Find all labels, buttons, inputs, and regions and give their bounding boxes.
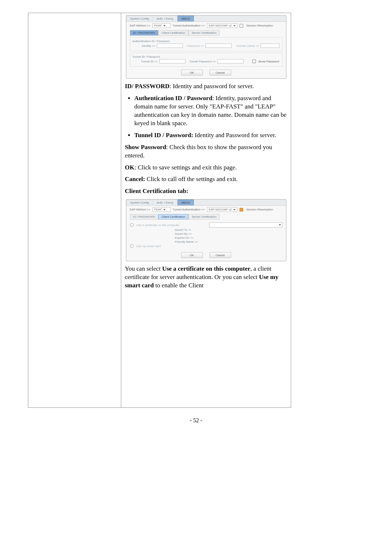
- text: to enable the Client: [154, 282, 204, 289]
- friendly-name-label: Friendly Name >>: [175, 240, 198, 243]
- tab-auth-encry[interactable]: Auth. \ Encry.: [153, 16, 177, 21]
- subtab-server-cert[interactable]: Server Certification: [188, 214, 220, 219]
- domain-input[interactable]: [261, 44, 279, 48]
- certificate-select[interactable]: [209, 222, 282, 227]
- group-auth-id-pwd: Authentication ID / Password: [132, 40, 280, 43]
- use-smart-card-radio[interactable]: [130, 244, 134, 248]
- password-input[interactable]: [205, 44, 232, 48]
- text: You can select: [125, 265, 162, 272]
- chevron-down-icon: [233, 25, 236, 26]
- top-tabs: System Config Auth. \ Encry. 8021X: [126, 16, 286, 22]
- body-text: ID/ PASSWORD: Identity and password for …: [125, 82, 287, 196]
- text: Identity and Password for server.: [193, 132, 276, 139]
- eap-method-label: EAP Method >>: [130, 24, 150, 27]
- dialog-client-cert: System Config Auth. \ Encry. 8021X EAP M…: [126, 199, 286, 261]
- domain-label: Domain Name >>: [233, 44, 259, 48]
- chevron-down-icon: [233, 209, 236, 210]
- heading-ok: OK: [125, 164, 134, 171]
- subtab-client-cert[interactable]: Client Certification: [158, 214, 188, 219]
- tab-8021x[interactable]: 8021X: [177, 16, 194, 21]
- ok-button[interactable]: OK: [181, 70, 203, 75]
- subtab-client-cert[interactable]: Client Certification: [158, 30, 188, 36]
- tunnel-id-label: Tunnel ID >>: [132, 60, 158, 63]
- chevron-down-icon: [163, 209, 166, 210]
- use-cert-radio[interactable]: [130, 223, 134, 227]
- heading-client-cert-tab: Client Certification tab:: [125, 188, 188, 194]
- text: : Identity and password for server.: [170, 83, 254, 90]
- bold-use-cert: Use a certificate on this computer: [162, 265, 250, 272]
- cancel-button[interactable]: Cancel: [209, 252, 231, 258]
- tunnel-auth-select[interactable]: EAP-MSCHAP v2: [207, 207, 237, 212]
- identity-label: Identity >>: [132, 44, 155, 48]
- subtab-id-password[interactable]: ID \ PASSWORD: [130, 30, 159, 36]
- eap-method-label: EAP Method >>: [130, 208, 150, 211]
- identity-input[interactable]: [157, 44, 183, 48]
- heading-id-password: ID/ PASSWORD: [125, 83, 170, 90]
- chevron-down-icon: [163, 25, 166, 26]
- eap-method-select[interactable]: PEAP: [152, 23, 171, 28]
- tab-system-config[interactable]: System Config: [126, 16, 153, 21]
- session-resumption-label: Session Resumption: [246, 208, 273, 211]
- page-number: - 52 -: [0, 417, 392, 424]
- text: Click to call off the settings and exit.: [145, 176, 238, 182]
- tunnel-id-input[interactable]: [159, 59, 185, 63]
- tunnel-auth-label: Tunnel Authentication >>: [173, 24, 205, 27]
- heading-tunnel-id-pwd: Tunnel ID / Password:: [134, 132, 193, 139]
- tab-8021x[interactable]: 8021X: [177, 200, 194, 205]
- issued-to-label: Issued To >>: [175, 228, 192, 231]
- tab-system-config[interactable]: System Config: [126, 200, 153, 205]
- session-resumption-label: Session Resumption: [246, 24, 273, 27]
- ok-button[interactable]: OK: [181, 252, 203, 258]
- heading-auth-id-pwd: Authentication ID / Password: [134, 95, 212, 102]
- issued-by-label: Issued By >>: [175, 232, 192, 235]
- eap-method-select[interactable]: PEAP: [152, 207, 171, 212]
- subtab-id-password[interactable]: ID \ PASSWORD: [130, 214, 159, 219]
- expired-on-label: Expired On >>: [175, 236, 194, 239]
- group-tunnel-id-pwd: Tunnel ID / Password: [132, 55, 280, 58]
- text: : Click to save settings and exit this p…: [134, 164, 237, 171]
- tab-auth-encry[interactable]: Auth. \ Encry.: [153, 200, 177, 205]
- bottom-text: You can select Use a certificate on this…: [125, 265, 287, 290]
- heading-show-password: Show Password: [125, 144, 166, 151]
- tunnel-pwd-label: Tunnel Password >>: [187, 60, 216, 63]
- session-resumption-checkbox[interactable]: [240, 208, 243, 212]
- cancel-button[interactable]: Cancel: [209, 70, 231, 75]
- show-password-label: Show Password: [258, 60, 279, 63]
- session-resumption-checkbox[interactable]: [240, 24, 243, 28]
- tunnel-auth-select[interactable]: EAP-MSCHAP v2: [207, 23, 237, 28]
- use-smart-card-label: Use my smart card: [136, 245, 161, 248]
- use-cert-label: Use a certificate on this computer: [136, 223, 180, 227]
- tunnel-pwd-input[interactable]: [217, 59, 244, 63]
- show-password-checkbox[interactable]: [252, 59, 256, 63]
- subtab-server-cert[interactable]: Server Certification: [188, 30, 220, 36]
- password-label: Password >>: [184, 44, 204, 48]
- dialog-id-password: System Config Auth. \ Encry. 8021X EAP M…: [126, 15, 286, 79]
- tunnel-auth-label: Tunnel Authentication >>: [173, 208, 205, 211]
- heading-cancel: Cancel:: [125, 176, 145, 182]
